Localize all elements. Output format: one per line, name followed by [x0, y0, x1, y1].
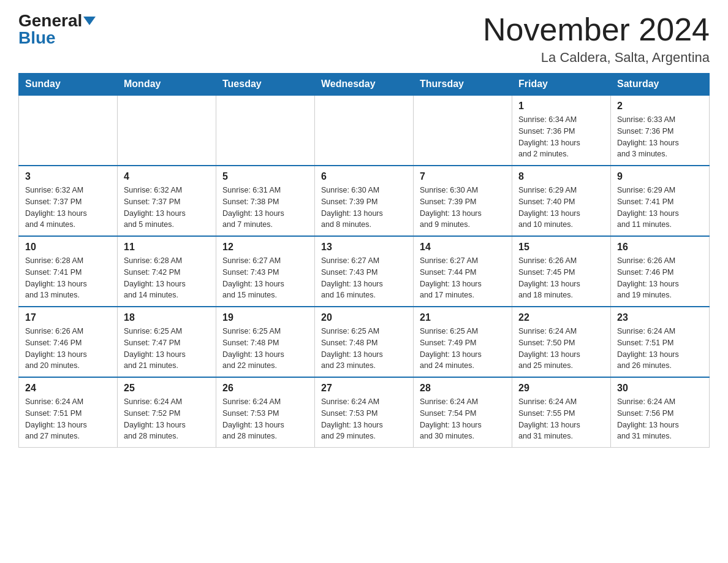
- day-number: 15: [518, 242, 604, 253]
- day-info: Sunrise: 6:24 AM Sunset: 7:52 PM Dayligh…: [124, 396, 210, 442]
- day-info: Sunrise: 6:34 AM Sunset: 7:36 PM Dayligh…: [518, 114, 604, 160]
- calendar-cell: 27Sunrise: 6:24 AM Sunset: 7:53 PM Dayli…: [315, 377, 414, 448]
- calendar-cell: 16Sunrise: 6:26 AM Sunset: 7:46 PM Dayli…: [611, 236, 710, 307]
- day-info: Sunrise: 6:24 AM Sunset: 7:51 PM Dayligh…: [617, 326, 703, 372]
- day-number: 19: [222, 312, 308, 323]
- logo-general-text: General: [18, 12, 82, 29]
- day-header-sunday: Sunday: [19, 74, 118, 96]
- day-info: Sunrise: 6:24 AM Sunset: 7:55 PM Dayligh…: [518, 396, 604, 442]
- calendar-cell: 17Sunrise: 6:26 AM Sunset: 7:46 PM Dayli…: [19, 307, 118, 377]
- day-info: Sunrise: 6:27 AM Sunset: 7:43 PM Dayligh…: [222, 255, 308, 301]
- logo-blue-text: Blue: [18, 29, 56, 47]
- calendar-cell: 28Sunrise: 6:24 AM Sunset: 7:54 PM Dayli…: [414, 377, 512, 448]
- day-info: Sunrise: 6:32 AM Sunset: 7:37 PM Dayligh…: [124, 185, 210, 231]
- day-number: 12: [222, 242, 308, 253]
- calendar-cell: 26Sunrise: 6:24 AM Sunset: 7:53 PM Dayli…: [216, 377, 315, 448]
- calendar-cell: 25Sunrise: 6:24 AM Sunset: 7:52 PM Dayli…: [118, 377, 216, 448]
- calendar-cell: 24Sunrise: 6:24 AM Sunset: 7:51 PM Dayli…: [19, 377, 118, 448]
- day-header-wednesday: Wednesday: [315, 74, 414, 96]
- day-number: 11: [124, 242, 210, 253]
- day-number: 5: [222, 171, 308, 182]
- day-number: 1: [518, 101, 604, 112]
- calendar-cell: 1Sunrise: 6:34 AM Sunset: 7:36 PM Daylig…: [512, 95, 611, 166]
- day-number: 10: [25, 242, 111, 253]
- day-number: 3: [25, 171, 111, 182]
- day-info: Sunrise: 6:30 AM Sunset: 7:39 PM Dayligh…: [321, 185, 407, 231]
- day-info: Sunrise: 6:25 AM Sunset: 7:48 PM Dayligh…: [222, 326, 308, 372]
- week-row-2: 3Sunrise: 6:32 AM Sunset: 7:37 PM Daylig…: [19, 166, 710, 236]
- calendar-cell: 5Sunrise: 6:31 AM Sunset: 7:38 PM Daylig…: [216, 166, 315, 236]
- calendar-cell: 12Sunrise: 6:27 AM Sunset: 7:43 PM Dayli…: [216, 236, 315, 307]
- day-number: 17: [25, 312, 111, 323]
- day-number: 29: [518, 383, 604, 394]
- day-info: Sunrise: 6:26 AM Sunset: 7:45 PM Dayligh…: [518, 255, 604, 301]
- logo: General Blue: [18, 12, 96, 47]
- day-info: Sunrise: 6:33 AM Sunset: 7:36 PM Dayligh…: [617, 114, 703, 160]
- day-number: 23: [617, 312, 703, 323]
- day-number: 9: [617, 171, 703, 182]
- day-number: 8: [518, 171, 604, 182]
- location-subtitle: La Caldera, Salta, Argentina: [483, 50, 710, 66]
- day-info: Sunrise: 6:27 AM Sunset: 7:44 PM Dayligh…: [420, 255, 506, 301]
- week-row-5: 24Sunrise: 6:24 AM Sunset: 7:51 PM Dayli…: [19, 377, 710, 448]
- day-number: 18: [124, 312, 210, 323]
- calendar-cell: [315, 95, 414, 166]
- day-header-friday: Friday: [512, 74, 611, 96]
- day-number: 22: [518, 312, 604, 323]
- day-info: Sunrise: 6:25 AM Sunset: 7:47 PM Dayligh…: [124, 326, 210, 372]
- calendar-cell: 15Sunrise: 6:26 AM Sunset: 7:45 PM Dayli…: [512, 236, 611, 307]
- day-number: 25: [124, 383, 210, 394]
- calendar-cell: 29Sunrise: 6:24 AM Sunset: 7:55 PM Dayli…: [512, 377, 611, 448]
- day-number: 13: [321, 242, 407, 253]
- calendar-cell: 8Sunrise: 6:29 AM Sunset: 7:40 PM Daylig…: [512, 166, 611, 236]
- day-number: 28: [420, 383, 506, 394]
- day-number: 6: [321, 171, 407, 182]
- calendar-cell: 23Sunrise: 6:24 AM Sunset: 7:51 PM Dayli…: [611, 307, 710, 377]
- calendar-cell: 3Sunrise: 6:32 AM Sunset: 7:37 PM Daylig…: [19, 166, 118, 236]
- day-info: Sunrise: 6:29 AM Sunset: 7:41 PM Dayligh…: [617, 185, 703, 231]
- day-number: 24: [25, 383, 111, 394]
- calendar-cell: [19, 95, 118, 166]
- day-info: Sunrise: 6:26 AM Sunset: 7:46 PM Dayligh…: [25, 326, 111, 372]
- day-info: Sunrise: 6:24 AM Sunset: 7:56 PM Dayligh…: [617, 396, 703, 442]
- day-info: Sunrise: 6:27 AM Sunset: 7:43 PM Dayligh…: [321, 255, 407, 301]
- calendar-table: SundayMondayTuesdayWednesdayThursdayFrid…: [18, 73, 710, 448]
- calendar-cell: [414, 95, 512, 166]
- day-number: 26: [222, 383, 308, 394]
- day-info: Sunrise: 6:29 AM Sunset: 7:40 PM Dayligh…: [518, 185, 604, 231]
- day-number: 14: [420, 242, 506, 253]
- day-header-tuesday: Tuesday: [216, 74, 315, 96]
- day-number: 20: [321, 312, 407, 323]
- week-row-3: 10Sunrise: 6:28 AM Sunset: 7:41 PM Dayli…: [19, 236, 710, 307]
- day-header-saturday: Saturday: [611, 74, 710, 96]
- day-number: 27: [321, 383, 407, 394]
- day-header-thursday: Thursday: [414, 74, 512, 96]
- day-info: Sunrise: 6:26 AM Sunset: 7:46 PM Dayligh…: [617, 255, 703, 301]
- calendar-cell: 2Sunrise: 6:33 AM Sunset: 7:36 PM Daylig…: [611, 95, 710, 166]
- day-number: 30: [617, 383, 703, 394]
- calendar-cell: 4Sunrise: 6:32 AM Sunset: 7:37 PM Daylig…: [118, 166, 216, 236]
- calendar-cell: 21Sunrise: 6:25 AM Sunset: 7:49 PM Dayli…: [414, 307, 512, 377]
- day-headers-row: SundayMondayTuesdayWednesdayThursdayFrid…: [19, 74, 710, 96]
- calendar-cell: 14Sunrise: 6:27 AM Sunset: 7:44 PM Dayli…: [414, 236, 512, 307]
- day-info: Sunrise: 6:30 AM Sunset: 7:39 PM Dayligh…: [420, 185, 506, 231]
- calendar-cell: 19Sunrise: 6:25 AM Sunset: 7:48 PM Dayli…: [216, 307, 315, 377]
- calendar-cell: 18Sunrise: 6:25 AM Sunset: 7:47 PM Dayli…: [118, 307, 216, 377]
- calendar-cell: 11Sunrise: 6:28 AM Sunset: 7:42 PM Dayli…: [118, 236, 216, 307]
- day-info: Sunrise: 6:25 AM Sunset: 7:49 PM Dayligh…: [420, 326, 506, 372]
- calendar-cell: 7Sunrise: 6:30 AM Sunset: 7:39 PM Daylig…: [414, 166, 512, 236]
- calendar-cell: 20Sunrise: 6:25 AM Sunset: 7:48 PM Dayli…: [315, 307, 414, 377]
- calendar-cell: 30Sunrise: 6:24 AM Sunset: 7:56 PM Dayli…: [611, 377, 710, 448]
- day-info: Sunrise: 6:32 AM Sunset: 7:37 PM Dayligh…: [25, 185, 111, 231]
- day-number: 21: [420, 312, 506, 323]
- logo-triangle-icon: [83, 17, 96, 25]
- day-info: Sunrise: 6:28 AM Sunset: 7:42 PM Dayligh…: [124, 255, 210, 301]
- day-info: Sunrise: 6:28 AM Sunset: 7:41 PM Dayligh…: [25, 255, 111, 301]
- day-info: Sunrise: 6:24 AM Sunset: 7:54 PM Dayligh…: [420, 396, 506, 442]
- day-info: Sunrise: 6:24 AM Sunset: 7:51 PM Dayligh…: [25, 396, 111, 442]
- calendar-cell: [118, 95, 216, 166]
- day-info: Sunrise: 6:31 AM Sunset: 7:38 PM Dayligh…: [222, 185, 308, 231]
- day-info: Sunrise: 6:24 AM Sunset: 7:50 PM Dayligh…: [518, 326, 604, 372]
- day-number: 2: [617, 101, 703, 112]
- title-block: November 2024 La Caldera, Salta, Argenti…: [483, 12, 710, 66]
